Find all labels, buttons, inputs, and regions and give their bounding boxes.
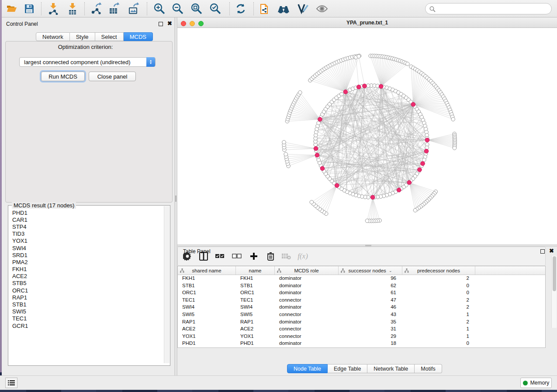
search-network-button[interactable] [277,3,290,15]
graph-hub-node[interactable] [315,153,319,158]
network-graph[interactable] [177,28,557,244]
mcds-result-item[interactable]: YOX1 [9,237,163,244]
export-table-button[interactable] [107,3,121,15]
graph-hub-node[interactable] [314,146,318,151]
close-panel-button[interactable]: Close panel [89,72,136,81]
graph-hub-node[interactable] [411,102,415,107]
graph-node[interactable] [453,146,457,150]
save-session-button[interactable] [23,3,36,15]
table-row[interactable]: SWI4SWI4dominator462 [178,304,545,311]
table-row[interactable]: ORC1ORC1dominator610 [178,289,545,297]
close-panel-icon[interactable]: ✖ [549,249,554,253]
graph-hub-node[interactable] [363,84,367,88]
graph-node[interactable] [282,140,286,144]
mcds-result-item[interactable]: STB1 [9,301,163,308]
vizmapper-button[interactable] [296,3,309,15]
scrollbar-thumb[interactable] [553,256,556,291]
mcds-result-item[interactable]: STP4 [9,223,163,230]
table-row[interactable]: YOX1YOX1connector291 [178,333,545,340]
tab-node-table[interactable]: Node Table [287,364,328,373]
table-row[interactable]: RAP1RAP1dominator352 [178,319,545,326]
add-row-button[interactable] [247,250,260,263]
export-image-button[interactable] [127,3,140,15]
splitter-grip[interactable] [365,245,371,246]
graph-node[interactable] [298,91,302,95]
mcds-result-item[interactable]: TID3 [9,230,163,237]
float-panel-icon[interactable] [540,249,545,254]
graph-hub-node[interactable] [370,195,375,199]
graph-node[interactable] [284,152,288,156]
memory-button[interactable]: Memory [520,378,552,388]
graph-node[interactable] [413,208,417,212]
mcds-result-item[interactable]: FKH1 [9,266,163,273]
table-row[interactable]: PHD1PHD1dominator180 [178,340,545,347]
table-row[interactable]: ACE2ACE2connector311 [178,326,545,333]
table-row[interactable]: SWI5SWI5connector431 [178,311,545,319]
column-header-predecessor-nodes[interactable]: predecessor nodes [402,266,475,275]
search-box[interactable] [425,3,552,14]
task-history-button[interactable] [5,378,17,388]
graph-hub-node[interactable] [407,180,412,185]
mcds-result-item[interactable]: SWI5 [9,308,163,315]
splitter-grip[interactable] [175,196,176,202]
mcds-result-item[interactable]: TEC1 [9,315,163,322]
refresh-button[interactable] [234,3,247,15]
tab-edge-table[interactable]: Edge Table [328,364,367,373]
tab-network[interactable]: Network [36,32,70,41]
import-table-button[interactable] [66,3,79,15]
float-panel-icon[interactable] [159,22,163,26]
deselect-all-button[interactable] [230,250,243,263]
graph-hub-node[interactable] [343,90,348,94]
graph-hub-node[interactable] [425,138,429,142]
tab-select[interactable]: Select [95,32,124,41]
graph-node[interactable] [340,92,344,96]
mcds-result-item[interactable]: PHD1 [9,209,163,216]
tab-motifs[interactable]: Motifs [415,364,442,373]
tab-mcds[interactable]: MCDS [124,32,153,41]
close-panel-icon[interactable]: ✖ [167,21,172,26]
table-settings-button[interactable] [181,250,194,263]
graph-node[interactable] [357,55,361,58]
network-window-titlebar[interactable]: YPA_prune.txt_1 [177,17,557,28]
mcds-list-scrollbar[interactable] [164,206,170,363]
zoom-in-button[interactable] [153,3,166,15]
column-header-successor-nodes[interactable]: successor nodes ⌄ [339,266,402,275]
graph-node[interactable] [317,121,321,125]
search-input[interactable] [438,4,547,13]
share-network-document-button[interactable] [258,3,271,15]
select-all-button[interactable] [213,250,226,263]
column-header-name[interactable]: name [236,266,275,275]
optimization-criterion-select[interactable]: largest connected component (undirected)… [19,57,156,67]
graph-hub-node[interactable] [424,149,429,153]
mcds-result-item[interactable]: STB5 [9,280,163,287]
column-header-mcds-role[interactable]: MCDS role [275,266,339,275]
export-network-button[interactable] [90,3,103,15]
graph-hub-node[interactable] [335,183,339,188]
zoom-selected-button[interactable] [209,3,222,15]
mcds-result-item[interactable]: SRD1 [9,251,163,258]
graph-node[interactable] [365,219,369,223]
table-row[interactable]: FKH1FKH1dominator962 [178,275,545,282]
open-file-button[interactable] [5,3,18,15]
graph-node[interactable] [367,84,370,88]
graph-node[interactable] [310,200,314,204]
graph-hub-node[interactable] [421,162,425,166]
show-hide-button[interactable] [315,3,329,15]
zoom-out-button[interactable] [171,3,184,15]
mcds-result-item[interactable]: CAR1 [9,216,163,223]
delete-table-button[interactable] [280,250,293,263]
function-builder-button[interactable]: f(x) [296,250,309,263]
mcds-result-item[interactable]: RAP1 [9,294,163,301]
graph-hub-node[interactable] [397,188,401,192]
mcds-result-list[interactable]: PHD1CAR1STP4TID3YOX1SWI4SRD1PMA2FKH1ACE2… [9,209,163,363]
graph-node[interactable] [406,62,410,66]
mcds-result-item[interactable]: SWI4 [9,244,163,251]
graph-node[interactable] [451,117,455,121]
table-row[interactable]: TEC1TEC1connector472 [178,297,545,304]
mcds-result-item[interactable]: GCR1 [9,322,163,329]
column-visibility-button[interactable] [197,250,210,263]
graph-hub-node[interactable] [318,117,322,122]
graph-hub-node[interactable] [379,84,383,89]
tab-style[interactable]: Style [70,32,95,41]
graph-hub-node[interactable] [320,166,325,171]
